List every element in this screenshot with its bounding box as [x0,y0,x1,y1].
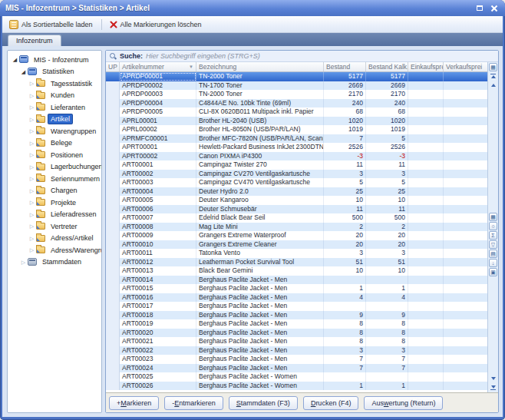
column-header-artikelnummer[interactable]: Artikelnummer▼ [120,62,196,71]
stammdaten-f3-button[interactable]: Stammdaten (F3) [229,396,298,410]
collapse-arrow-icon[interactable]: ◢ [20,68,27,75]
tree-item-tagesstatistik[interactable]: ▷Tagesstatistik [8,78,101,90]
table-row[interactable]: ART00016Berghaus Paclite Jacket - Men44 [106,293,487,303]
tree-item-vertreter[interactable]: ▷Vertreter [8,220,101,233]
tree-item-lieferadressen[interactable]: ▷Lieferadressen [8,209,101,221]
close-button[interactable] [488,3,500,13]
print-icon[interactable]: ▣ [489,268,497,276]
table-row[interactable]: ART00019Berghaus Paclite Jacket - Men88 [106,319,487,329]
table-row[interactable]: ART00006Deuter Schmusebär1111 [106,205,487,214]
table-row[interactable]: APRL00002Brother HL-8050N (USB/PAR/LAN)1… [106,125,487,134]
expand-arrow-icon[interactable]: ▷ [28,199,35,206]
clear-all-marks-button[interactable]: Alle Markierungen löschen [105,18,207,31]
table-row[interactable]: APRDP00002TN-1700 Toner26692669 [106,81,487,91]
table-row[interactable]: ART00002Campingaz CV270 Ventilgaskartusc… [106,170,487,179]
table-row[interactable]: ART00023Berghaus Paclite Jacket - Men77 [106,355,487,364]
table-row[interactable]: ART00024Berghaus Paclite Jacket - Men77 [106,364,487,373]
table-row[interactable]: ART00013Black Bear Gemini1010 [106,266,487,276]
load-as-sort-table-button[interactable]: Als Sortiertabelle laden [5,18,98,31]
table-row[interactable]: ART00007Edelrid Black Bear Seil500500 [106,213,487,223]
table-row[interactable]: ART00011Tatonka Vento33 [106,249,487,258]
table-row[interactable]: APRT00002Canon PIXMA iP4300-3-3 [106,152,487,161]
search-icon[interactable]: ○ [489,222,497,230]
tree-item-adress-artikel[interactable]: ▷Adress/Artikel [8,233,101,245]
scroll-up-button[interactable] [488,81,498,90]
export-icon[interactable]: ↓ [489,259,497,267]
column-header-bestand-kalk[interactable]: Bestand Kalk.. [366,62,408,71]
expand-arrow-icon[interactable]: ▷ [28,187,35,194]
table-row[interactable]: APRT00001Hewlett-Packard Business InkJet… [106,143,487,152]
expand-arrow-icon[interactable]: ▷ [28,127,35,134]
tree-item-statistiken[interactable]: ◢Statistiken [8,66,101,78]
tree-item-lieferanten[interactable]: ▷Lieferanten [8,101,101,114]
expand-arrow-icon[interactable]: ▷ [28,235,35,242]
table-row[interactable]: APRL00001Brother HL-2040 (USB)10201020 [106,117,487,126]
table-row[interactable]: APRDP00004C4844AE No. 10bk Tinte (69ml)2… [106,99,487,108]
expand-arrow-icon[interactable]: ▷ [28,223,35,230]
filter-icon[interactable]: ▽ [489,240,497,249]
restore-button[interactable] [474,3,485,13]
table-row[interactable]: ART00009Grangers Extreme Waterproof2020 [106,231,487,240]
expand-arrow-icon[interactable]: ▷ [28,80,35,87]
table-row[interactable]: ART00012Leatherman Pocket Survival Tool5… [106,258,487,267]
table-row[interactable]: APRMFC00001Brother MFC-7820N (USB/PAR/LA… [106,134,487,144]
column-header-einkaufspreis[interactable]: Einkaufspreis [408,62,444,71]
search-input[interactable]: Hier Suchbegriff eingeben (STRG+S) [146,52,494,60]
scroll-down-button[interactable] [488,374,498,383]
column-header-up[interactable]: UP [106,62,120,71]
scrollbar-track[interactable]: ▦○Σ▽▤↓▣ [488,90,498,374]
tree-item-positionen[interactable]: ▷Positionen [8,149,101,161]
columns-icon[interactable]: ▦ [489,213,497,221]
column-header-bestand[interactable]: Bestand [324,62,366,71]
expand-arrow-icon[interactable]: ▷ [20,259,27,266]
tree-item-seriennummern[interactable]: ▷Seriennummern [8,173,101,185]
scroll-to-bottom-button[interactable] [488,383,498,392]
expand-arrow-icon[interactable]: ▷ [28,246,35,253]
expand-arrow-icon[interactable]: ▷ [28,116,35,123]
table-row[interactable]: APRDP00001TN-2000 Toner51775177 [106,72,487,81]
auswertung-return-button[interactable]: Auswertung (Return) [364,396,443,410]
tree-item-projekte[interactable]: ▷Projekte [8,197,101,209]
tree-item-artikel[interactable]: ▷Artikel [8,114,101,126]
table-row[interactable]: ART00010Grangers Extreme Cleaner2020 [106,240,487,250]
drucken-f4-button[interactable]: Drucken (F4) [303,396,359,410]
table-row[interactable]: ART00018Berghaus Paclite Jacket - Men99 [106,311,487,320]
table-row[interactable]: ART00004Deuter Hydro 2.02525 [106,187,487,197]
column-header-verkaufsprei[interactable]: Verkaufsprei [444,62,487,71]
table-row[interactable]: ART00015Berghaus Paclite Jacket - Men11 [106,284,487,293]
tree-item-stammdaten[interactable]: ▷Stammdaten [8,256,101,269]
expand-arrow-icon[interactable]: ▷ [28,164,35,170]
tree-item-warengruppen[interactable]: ▷Warengruppen [8,125,101,137]
expand-arrow-icon[interactable]: ▷ [28,211,35,218]
sum-icon[interactable]: Σ [489,231,497,240]
column-header-bezeichnung[interactable]: Bezeichnung [196,62,324,71]
table-row[interactable]: ART00014Berghaus Paclite Jacket - Men [106,276,487,285]
tab-infozentrum[interactable]: Infozentrum [8,35,61,46]
tree-item-chargen[interactable]: ▷Chargen [8,185,101,197]
table-row[interactable]: ART00022Berghaus Paclite Jacket - Men33 [106,346,487,356]
tree-item-belege[interactable]: ▷Belege [8,137,101,150]
scroll-to-top-button[interactable] [488,71,498,81]
table-row[interactable]: APRDP00003TN-2000 Toner21702170 [106,90,487,99]
column-chooser-icon[interactable]: ▦ [489,63,497,71]
expand-arrow-icon[interactable]: ▷ [28,140,35,147]
tree-item-kunden[interactable]: ▷Kunden [8,90,101,102]
tree-item-mis-infozentrum[interactable]: ◢MIS - Infozentrum [8,54,101,66]
table-row[interactable]: APRDP00005CLI-8X 0620B011 Multipack inkl… [106,107,487,117]
table-row[interactable]: ART00003Campingaz CV470 Ventilgaskartusc… [106,178,487,187]
table-row[interactable]: ART00005Deuter Kangaroo1010 [106,196,487,205]
expand-arrow-icon[interactable]: ▷ [28,151,35,158]
table-row[interactable]: ART00008Mag Lite Mini22 [106,223,487,232]
table-row[interactable]: ART00025Berghaus Paclite Jacket - Women [106,372,487,382]
table-row[interactable]: ART00021Berghaus Paclite Jacket - Men88 [106,337,487,346]
expand-arrow-icon[interactable]: ▷ [28,92,35,99]
tree-item-adress-warengruppen[interactable]: ▷Adress/Warengruppen [8,244,101,256]
entmarkieren-button[interactable]: - Entmarkieren [164,396,223,410]
collapse-arrow-icon[interactable]: ◢ [12,56,18,63]
layout-icon[interactable]: ▤ [489,250,497,258]
table-row[interactable]: ART00026Berghaus Paclite Jacket - Women1… [106,382,487,391]
expand-arrow-icon[interactable]: ▷ [28,104,35,111]
markieren-button[interactable]: + Markieren [109,396,159,410]
table-row[interactable]: ART00017Berghaus Paclite Jacket - Men [106,302,487,311]
table-row[interactable]: ART00001Campingaz Twister 2701111 [106,160,487,170]
